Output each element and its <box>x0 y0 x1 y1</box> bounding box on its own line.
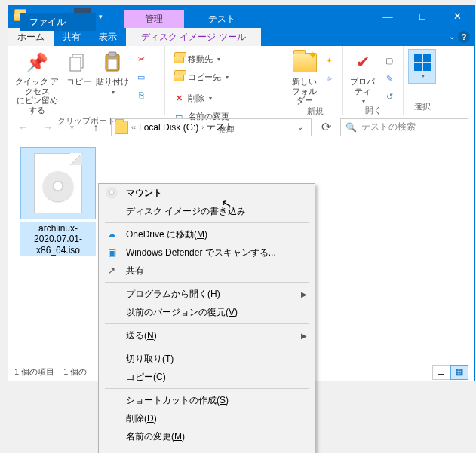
contextual-tab-manage[interactable]: 管理 <box>124 10 184 28</box>
ctx-cut[interactable]: 切り取り(T) <box>99 350 315 368</box>
properties-icon: ✔ <box>351 51 375 75</box>
up-button[interactable]: ↑ <box>87 121 105 133</box>
crumb-folder[interactable]: テスト <box>207 121 234 133</box>
onedrive-icon: ☁ <box>103 229 120 240</box>
share-icon: ↗ <box>103 265 120 276</box>
icons-view-button[interactable]: ▦ <box>450 365 468 380</box>
ctx-create-shortcut[interactable]: ショートカットの作成(S) <box>99 391 315 409</box>
new-item-icon: ✦ <box>323 54 335 66</box>
window-title: テスト <box>184 10 259 28</box>
search-input[interactable]: 🔍 テストの検索 <box>340 118 468 136</box>
ctx-rename[interactable]: 名前の変更(M) <box>99 427 315 445</box>
crumb-root[interactable]: Local Disk (G:)› <box>139 122 204 133</box>
tab-disc-image-tools[interactable]: ディスク イメージ ツール <box>126 28 261 46</box>
ctx-delete[interactable]: 削除(D) <box>99 409 315 427</box>
moveto-icon <box>173 53 185 65</box>
new-folder-button[interactable]: 新しい フォルダー <box>292 49 317 106</box>
history-icon: ↺ <box>383 90 395 103</box>
ctx-mount[interactable]: マウント <box>99 184 315 202</box>
item-count-label: 1 個の項目 <box>14 366 54 378</box>
properties-button[interactable]: ✔ プロパティ ▾ <box>348 49 377 105</box>
ctx-copy[interactable]: コピー(C) <box>99 368 315 386</box>
svg-rect-4 <box>108 59 117 69</box>
select-grid-icon <box>414 54 431 71</box>
history-dropdown[interactable]: ▾ <box>63 123 81 131</box>
disc-icon <box>103 187 120 199</box>
ctx-share[interactable]: ↗共有 <box>99 262 315 280</box>
maximize-button[interactable]: □ <box>405 5 440 28</box>
ctx-send-to[interactable]: 送る(N)▶ <box>99 326 315 344</box>
path-icon: ▭ <box>135 71 147 83</box>
tab-file[interactable]: ファイル <box>20 13 96 31</box>
minimize-button[interactable]: — <box>370 5 405 28</box>
open-icon: ▢ <box>383 54 395 66</box>
ctx-restore-versions[interactable]: 以前のバージョンの復元(V) <box>99 303 315 321</box>
search-placeholder: テストの検索 <box>361 121 416 133</box>
easy-access-icon: ⎆ <box>323 72 335 84</box>
submenu-arrow-icon: ▶ <box>301 332 307 340</box>
file-name-label: archlinux-2020.07.01-x86_64.iso <box>20 222 96 256</box>
copy-icon <box>66 51 91 75</box>
easy-access-button[interactable]: ⎆ <box>320 70 338 87</box>
details-view-button[interactable]: ☰ <box>432 365 450 380</box>
group-label-open: 開く <box>343 105 403 115</box>
address-bar[interactable]: ‹‹ Local Disk (G:)› テスト ⌄ <box>111 118 312 136</box>
close-button[interactable]: ✕ <box>440 5 474 28</box>
shield-icon: ▣ <box>103 247 120 258</box>
search-icon: 🔍 <box>345 122 357 133</box>
edit-icon: ✎ <box>383 72 395 84</box>
back-button[interactable]: ← <box>14 121 32 133</box>
disc-icon <box>43 171 73 201</box>
help-icon[interactable]: ? <box>458 31 470 43</box>
new-item-button[interactable]: ✦ <box>320 52 338 69</box>
ctx-open-with[interactable]: プログラムから開く(H)▶ <box>99 285 315 303</box>
pin-icon: 📌 <box>25 51 49 75</box>
ctx-sep <box>105 448 309 448</box>
ctx-sep <box>105 282 309 283</box>
ctx-burn[interactable]: ディスク イメージの書き込み <box>99 202 315 220</box>
paste-button[interactable]: 貼り付け ▾ <box>96 49 129 96</box>
delete-icon: ✕ <box>173 92 185 104</box>
select-button[interactable]: ▾ <box>408 49 436 84</box>
ctx-sep <box>105 222 309 223</box>
group-label-new: 新規 <box>287 106 342 116</box>
shortcut-icon: ⎘ <box>135 89 147 101</box>
scissors-icon: ✂ <box>135 53 147 65</box>
paste-shortcut-button[interactable]: ⎘ <box>132 87 150 103</box>
chevron-down-icon: ⌄ <box>449 28 455 46</box>
copy-button[interactable]: コピー <box>64 49 93 87</box>
chevron-down-icon: ▾ <box>112 89 115 96</box>
ctx-sep <box>105 323 309 324</box>
ctx-onedrive[interactable]: ☁OneDrive に移動(M) <box>99 225 315 243</box>
selected-count-label: 1 個の <box>63 366 87 378</box>
svg-rect-3 <box>109 52 116 57</box>
iso-file-item[interactable]: archlinux-2020.07.01-x86_64.iso <box>20 147 96 256</box>
paste-icon <box>100 51 124 75</box>
ctx-defender[interactable]: ▣Windows Defender でスキャンする... <box>99 243 315 262</box>
pin-to-quickaccess-button[interactable]: 📌 クイック アクセス にピン留めする <box>13 49 61 115</box>
context-menu: マウント ディスク イメージの書き込み ☁OneDrive に移動(M) ▣Wi… <box>98 183 315 453</box>
ribbon-tabs: ファイル ホーム 共有 表示 ディスク イメージ ツール ⌄ ? <box>8 28 474 46</box>
group-label-select: 選択 <box>404 101 441 115</box>
move-to-button[interactable]: 移動先▾ <box>170 51 232 67</box>
new-folder-icon <box>293 51 317 75</box>
cut-button[interactable]: ✂ <box>132 51 150 67</box>
history-button[interactable]: ↺ <box>380 88 398 105</box>
ctx-sep <box>105 388 309 389</box>
refresh-button[interactable]: ⟳ <box>318 120 334 134</box>
ribbon: 📌 クイック アクセス にピン留めする コピー 貼り付け ▾ <box>8 46 474 115</box>
svg-rect-1 <box>70 57 81 71</box>
forward-button[interactable]: → <box>38 121 57 133</box>
submenu-arrow-icon: ▶ <box>301 290 307 298</box>
ctx-sep <box>105 347 309 347</box>
copyto-icon <box>173 71 185 83</box>
copy-to-button[interactable]: コピー先▾ <box>170 69 232 85</box>
open-button[interactable]: ▢ <box>380 52 398 69</box>
copy-path-button[interactable]: ▭ <box>132 69 150 85</box>
edit-button[interactable]: ✎ <box>380 70 398 87</box>
address-dropdown[interactable]: ⌄ <box>293 123 308 131</box>
drive-icon <box>115 121 128 134</box>
ribbon-collapse[interactable]: ⌄ ? <box>440 28 474 46</box>
delete-button[interactable]: ✕削除▾ <box>170 90 232 106</box>
